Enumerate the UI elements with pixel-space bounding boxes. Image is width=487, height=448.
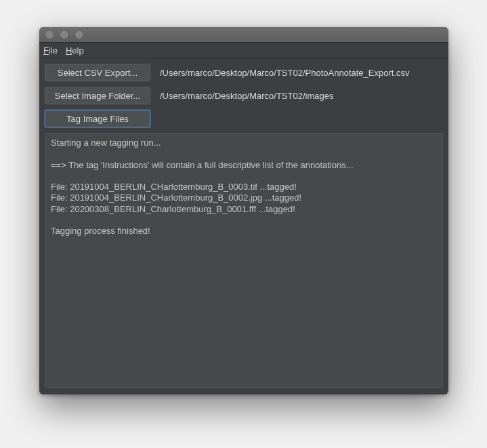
action-row: Tag Image Files: [45, 110, 443, 127]
menu-help[interactable]: Help: [66, 45, 84, 56]
menu-file[interactable]: File: [43, 45, 58, 56]
csv-row: Select CSV Export... /Users/marco/Deskto…: [45, 64, 443, 81]
zoom-icon[interactable]: [75, 30, 84, 39]
csv-path-label: /Users/marco/Desktop/Marco/TST02/PhotoAn…: [160, 68, 410, 78]
folder-row: Select Image Folder... /Users/marco/Desk…: [45, 87, 443, 104]
titlebar: [39, 27, 448, 43]
select-csv-button[interactable]: Select CSV Export...: [45, 64, 150, 81]
app-window: File Help Select CSV Export... /Users/ma…: [39, 27, 448, 394]
controls-area: Select CSV Export... /Users/marco/Deskto…: [39, 58, 448, 131]
tag-files-button[interactable]: Tag Image Files: [45, 110, 150, 127]
close-icon[interactable]: [45, 30, 54, 39]
folder-path-label: /Users/marco/Desktop/Marco/TST02/images: [160, 91, 333, 101]
minimize-icon[interactable]: [60, 30, 69, 39]
select-folder-button[interactable]: Select Image Folder...: [45, 87, 150, 104]
menubar: File Help: [39, 43, 448, 58]
log-output[interactable]: Starting a new tagging run... ==> The ta…: [45, 133, 443, 388]
